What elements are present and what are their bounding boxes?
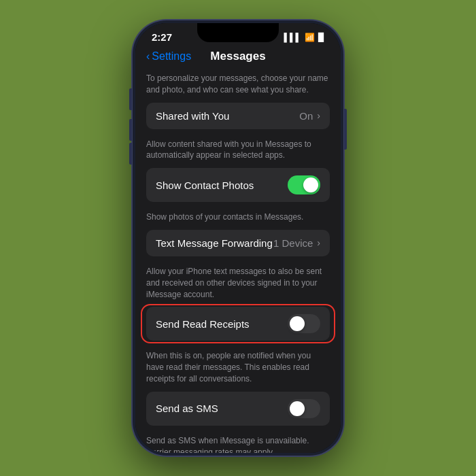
toggle-knob-3 bbox=[290, 401, 305, 416]
chevron-right-icon-2: › bbox=[317, 237, 320, 248]
shared-with-you-group: Shared with You On › bbox=[146, 103, 330, 129]
phone-frame: 2:27 ▌▌▌ 📶 ▉ ‹ Settings Messages To pers… bbox=[133, 20, 343, 456]
send-sms-label: Send as SMS bbox=[156, 403, 218, 414]
read-receipts-label: Send Read Receipts bbox=[156, 318, 250, 330]
signal-icon: ▌▌▌ bbox=[284, 33, 301, 42]
text-forwarding-state: 1 Device bbox=[273, 237, 313, 249]
send-sms-group: Send as SMS bbox=[146, 392, 330, 426]
status-time: 2:27 bbox=[152, 31, 172, 43]
contact-photos-row[interactable]: Show Contact Photos bbox=[146, 168, 330, 202]
shared-with-you-row[interactable]: Shared with You On › bbox=[146, 103, 330, 129]
intro-description: To personalize your messages, choose you… bbox=[135, 69, 341, 103]
read-receipts-toggle[interactable] bbox=[288, 314, 320, 333]
battery-icon: ▉ bbox=[318, 33, 324, 42]
settings-content: To personalize your messages, choose you… bbox=[135, 69, 341, 453]
contact-photos-label: Show Contact Photos bbox=[156, 180, 254, 191]
text-forwarding-value: 1 Device › bbox=[273, 237, 320, 249]
status-icons: ▌▌▌ 📶 ▉ bbox=[284, 33, 324, 42]
toggle-knob-2 bbox=[290, 316, 305, 331]
send-sms-footer: Send as SMS when iMessage is unavailable… bbox=[135, 431, 341, 453]
shared-with-you-label: Shared with You bbox=[156, 110, 229, 122]
shared-with-you-footer: Allow content shared with you in Message… bbox=[135, 135, 341, 169]
text-forwarding-row[interactable]: Text Message Forwarding 1 Device › bbox=[146, 230, 330, 256]
page-title: Messages bbox=[210, 50, 265, 63]
contact-photos-footer: Show photos of your contacts in Messages… bbox=[135, 207, 341, 230]
contact-photos-toggle[interactable] bbox=[288, 175, 320, 194]
text-forwarding-label: Text Message Forwarding bbox=[156, 237, 273, 249]
back-button[interactable]: ‹ Settings bbox=[146, 50, 191, 63]
text-forwarding-group: Text Message Forwarding 1 Device › bbox=[146, 230, 330, 256]
read-receipts-group: Send Read Receipts bbox=[146, 307, 330, 341]
wifi-icon: 📶 bbox=[305, 33, 315, 42]
nav-bar: ‹ Settings Messages bbox=[135, 47, 341, 69]
shared-with-you-value: On › bbox=[299, 110, 320, 122]
send-sms-toggle[interactable] bbox=[288, 399, 320, 418]
send-sms-row[interactable]: Send as SMS bbox=[146, 392, 330, 426]
read-receipts-footer: When this is on, people are notified whe… bbox=[135, 346, 341, 391]
toggle-knob bbox=[303, 177, 318, 192]
chevron-right-icon: › bbox=[317, 110, 320, 121]
phone-screen: 2:27 ▌▌▌ 📶 ▉ ‹ Settings Messages To pers… bbox=[135, 23, 341, 453]
shared-with-you-state: On bbox=[299, 110, 313, 122]
text-forwarding-footer: Allow your iPhone text messages to also … bbox=[135, 262, 341, 307]
chevron-left-icon: ‹ bbox=[146, 50, 150, 63]
contact-photos-group: Show Contact Photos bbox=[146, 168, 330, 202]
screen-content: 2:27 ▌▌▌ 📶 ▉ ‹ Settings Messages To pers… bbox=[135, 23, 341, 453]
read-receipts-row[interactable]: Send Read Receipts bbox=[146, 307, 330, 341]
notch bbox=[197, 23, 279, 42]
back-label: Settings bbox=[152, 50, 191, 63]
